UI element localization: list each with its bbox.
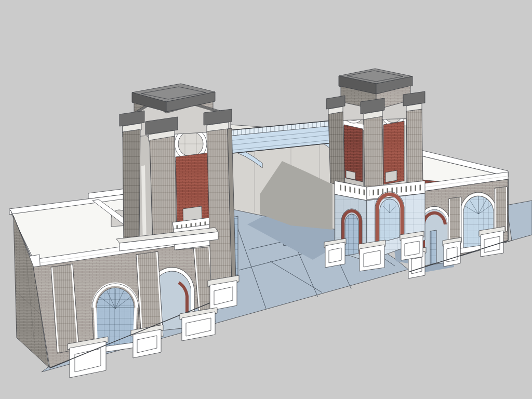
wing-pilaster-3: [495, 187, 507, 234]
rt-pedestal-left: [324, 238, 346, 268]
right-tower: [324, 69, 425, 271]
wing-pedestal-3: [479, 227, 505, 257]
rt-door-inset-right: [385, 170, 397, 182]
rt-pedestal-center: [358, 240, 385, 271]
lt-pedestal: [208, 275, 239, 311]
lb-pedestal-2: [131, 325, 163, 358]
wing-pedestal-2: [443, 237, 461, 267]
rt-pedestal-right: [400, 231, 424, 260]
model-viewport[interactable]: Symmetrical entrance gate: two brick clo…: [0, 0, 532, 399]
wing-pilaster-2: [449, 197, 461, 244]
render-stage: Symmetrical entrance gate: two brick clo…: [0, 0, 532, 399]
wing-arch-passage-glass: [430, 230, 436, 264]
